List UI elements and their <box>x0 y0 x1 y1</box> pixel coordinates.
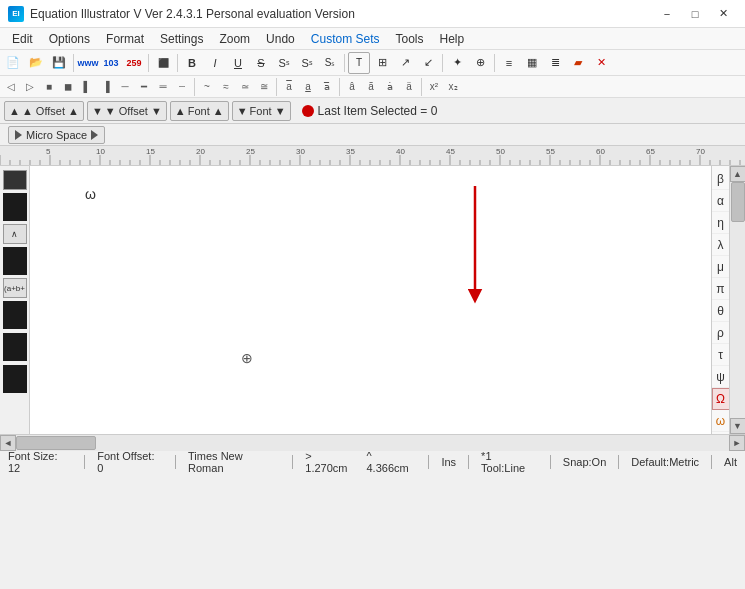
greek-beta[interactable]: β <box>712 168 730 190</box>
fmt-dash3[interactable]: ═ <box>154 77 172 97</box>
tb-sup[interactable]: Ss <box>296 52 318 74</box>
status-sep6 <box>550 455 551 469</box>
toolbar-5: Micro Space <box>0 124 745 146</box>
font-down-button[interactable]: ▼ Font ▼ <box>232 101 291 121</box>
status-tool: *1 Tool:Line <box>481 450 538 474</box>
menu-options[interactable]: Options <box>41 28 98 50</box>
fmt-dot[interactable]: ȧ <box>381 77 399 97</box>
fmt-dash2[interactable]: ━ <box>135 77 153 97</box>
sep1 <box>73 54 74 72</box>
fmt-hat[interactable]: â <box>343 77 361 97</box>
tb-x[interactable]: ✕ <box>590 52 612 74</box>
canvas-area[interactable]: ω ⊕ <box>30 166 711 434</box>
greek-omega-lower[interactable]: ω <box>712 410 730 432</box>
sep3 <box>177 54 178 72</box>
left-btn-0[interactable] <box>3 170 27 190</box>
fmt-arrow-l[interactable]: ◁ <box>2 77 20 97</box>
maximize-button[interactable]: □ <box>681 4 709 24</box>
menu-tools[interactable]: Tools <box>388 28 432 50</box>
tb-www2[interactable]: 103 <box>100 52 122 74</box>
menu-zoom[interactable]: Zoom <box>211 28 258 50</box>
fmt-bar2[interactable]: ▐ <box>97 77 115 97</box>
fmt-cong[interactable]: ≅ <box>255 77 273 97</box>
greek-omega-upper[interactable]: Ω <box>712 388 730 410</box>
greek-eta[interactable]: η <box>712 212 730 234</box>
tb-underline[interactable]: U <box>227 52 249 74</box>
tb-eq[interactable]: ≣ <box>544 52 566 74</box>
tb-matrix[interactable]: ⊞ <box>371 52 393 74</box>
tb-lines[interactable]: ≡ <box>498 52 520 74</box>
fmt-simeq[interactable]: ≃ <box>236 77 254 97</box>
offset-up-button[interactable]: ▲ ▲ Offset ▲ <box>4 101 84 121</box>
menu-edit[interactable]: Edit <box>4 28 41 50</box>
tb-arrow1[interactable]: ↗ <box>394 52 416 74</box>
menu-help[interactable]: Help <box>432 28 473 50</box>
tb-save[interactable]: 💾 <box>48 52 70 74</box>
fmt-sup2[interactable]: x² <box>425 77 443 97</box>
tb-grid[interactable]: ▦ <box>521 52 543 74</box>
fmt-sq2[interactable]: ◼ <box>59 77 77 97</box>
greek-alpha[interactable]: α <box>712 190 730 212</box>
tb-www3[interactable]: 259 <box>123 52 145 74</box>
scroll-track[interactable] <box>730 182 746 418</box>
greek-mu[interactable]: μ <box>712 256 730 278</box>
fmt-tilde[interactable]: ~ <box>198 77 216 97</box>
tb-star[interactable]: ✦ <box>446 52 468 74</box>
tb-strike[interactable]: S <box>250 52 272 74</box>
left-paren[interactable]: (a+b+ <box>3 278 27 298</box>
fmt-ddot[interactable]: ä <box>400 77 418 97</box>
tb-sub[interactable]: Ss <box>273 52 295 74</box>
menu-settings[interactable]: Settings <box>152 28 211 50</box>
tb-circle[interactable]: ⊕ <box>469 52 491 74</box>
fmt-underline2[interactable]: a <box>299 77 317 97</box>
left-arrow-up[interactable]: ∧ <box>3 224 27 244</box>
scroll-down-button[interactable]: ▼ <box>730 418 746 434</box>
font-up-button[interactable]: ▲ Font ▲ <box>170 101 229 121</box>
fmt-dash4[interactable]: ┄ <box>173 77 191 97</box>
greek-lambda[interactable]: λ <box>712 234 730 256</box>
h-scroll-track[interactable] <box>16 435 729 451</box>
menu-custom-sets[interactable]: Custom Sets <box>303 28 388 50</box>
greek-theta[interactable]: θ <box>712 300 730 322</box>
h-scroll-right[interactable]: ► <box>729 435 745 451</box>
fmt-overline[interactable]: a <box>280 77 298 97</box>
fmt-tilde2[interactable]: ã <box>362 77 380 97</box>
tb-www1[interactable]: www <box>77 52 99 74</box>
status-font-size: Font Size: 12 <box>8 450 72 474</box>
fmt-arrow-r[interactable]: ▷ <box>21 77 39 97</box>
menu-undo[interactable]: Undo <box>258 28 303 50</box>
fmt-sub2[interactable]: x₂ <box>444 77 462 97</box>
offset-down-button[interactable]: ▼ ▼ Offset ▼ <box>87 101 167 121</box>
minimize-button[interactable]: − <box>653 4 681 24</box>
left-box-3 <box>3 301 27 329</box>
fmt-approx[interactable]: ≈ <box>217 77 235 97</box>
greek-psi[interactable]: ψ <box>712 366 730 388</box>
tb-open[interactable]: 📂 <box>25 52 47 74</box>
tb-arrow2[interactable]: ↙ <box>417 52 439 74</box>
tb-new[interactable]: 📄 <box>2 52 24 74</box>
tb-color[interactable]: ▰ <box>567 52 589 74</box>
h-scroll-thumb[interactable] <box>16 436 96 450</box>
h-scroll-left[interactable]: ◄ <box>0 435 16 451</box>
tb-ss2[interactable]: Sₛ <box>319 52 341 74</box>
fmt-dash1[interactable]: ─ <box>116 77 134 97</box>
greek-pi[interactable]: π <box>712 278 730 300</box>
content-wrapper: ∧ (a+b+ ω ⊕ β α η λ μ π θ <box>0 166 745 434</box>
micro-space-button[interactable]: Micro Space <box>8 126 105 144</box>
tb-bold[interactable]: B <box>181 52 203 74</box>
crosshair-marker: ⊕ <box>240 351 254 365</box>
scroll-thumb[interactable] <box>731 182 745 222</box>
tb-copy-img[interactable]: ⬛ <box>152 52 174 74</box>
greek-rho[interactable]: ρ <box>712 322 730 344</box>
play-icon <box>15 130 22 140</box>
title-left: EI Equation Illustrator V Ver 2.4.3.1 Pe… <box>8 6 355 22</box>
tb-italic[interactable]: I <box>204 52 226 74</box>
scroll-up-button[interactable]: ▲ <box>730 166 746 182</box>
close-button[interactable]: ✕ <box>709 4 737 24</box>
menu-format[interactable]: Format <box>98 28 152 50</box>
fmt-sq1[interactable]: ■ <box>40 77 58 97</box>
fmt-bar3[interactable]: a̅ <box>318 77 336 97</box>
greek-tau[interactable]: τ <box>712 344 730 366</box>
fmt-bar1[interactable]: ▌ <box>78 77 96 97</box>
tb-textmode[interactable]: T <box>348 52 370 74</box>
